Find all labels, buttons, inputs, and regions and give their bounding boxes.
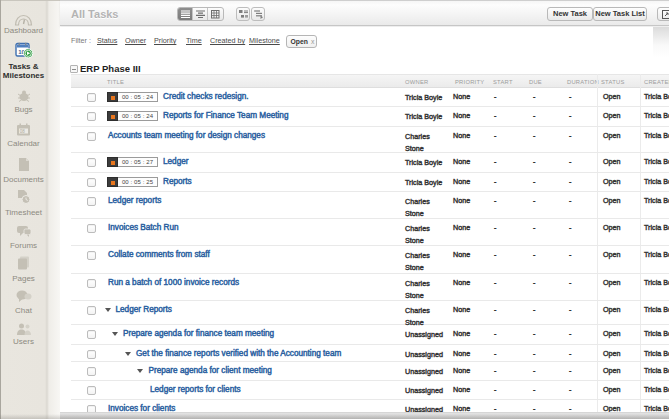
svg-text:08: 08	[20, 129, 26, 134]
